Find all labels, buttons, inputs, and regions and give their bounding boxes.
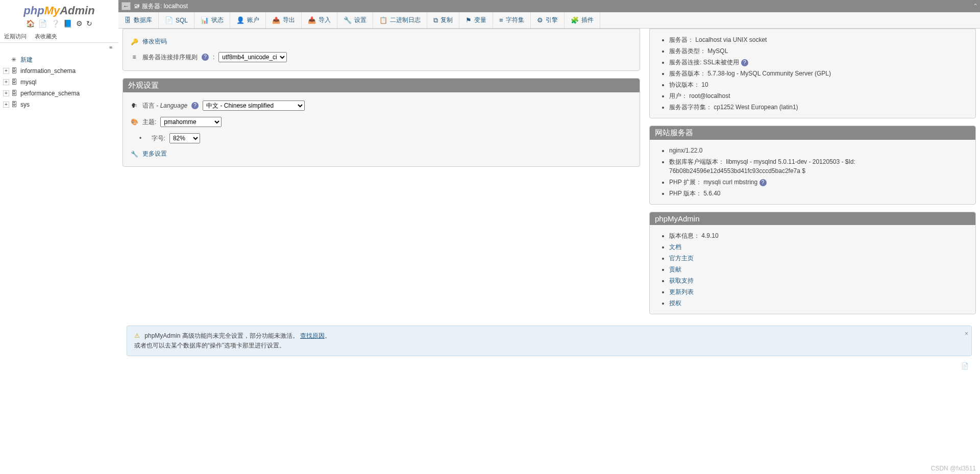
tree-new-label: 新建 <box>20 55 33 65</box>
top-tabs: 🗄数据库 📄SQL 📊状态 👤账户 📤导出 📥导入 🔧设置 📋二进制日志 ⧉复制… <box>118 12 980 29</box>
replication-icon: ⧉ <box>433 16 438 24</box>
tab-replication[interactable]: ⧉复制 <box>427 12 459 28</box>
help-icon[interactable]: ? <box>760 179 767 186</box>
tab-users[interactable]: 👤账户 <box>230 12 266 28</box>
binlog-icon: 📋 <box>379 16 387 24</box>
link-icon[interactable]: ⚭ <box>0 43 118 52</box>
panel-web-server: 网站服务器 nginx/1.22.0 数据库客户端版本： libmysql - … <box>649 126 976 205</box>
server-info-user: 用户： root@localhost <box>669 90 968 102</box>
settings-icon[interactable]: ⚙ <box>76 19 83 28</box>
tab-export[interactable]: 📤导出 <box>266 12 302 28</box>
settings-icon: 🔧 <box>344 16 352 24</box>
database-icon: 🗄 <box>125 16 131 24</box>
tab-sql[interactable]: 📄SQL <box>159 12 194 28</box>
expand-icon[interactable]: + <box>3 90 9 96</box>
warning-icon: ⚠ <box>134 332 140 339</box>
export-icon: 📤 <box>272 16 280 24</box>
pma-link-license[interactable]: 授权 <box>669 300 681 307</box>
tab-recent[interactable]: 近期访问 <box>0 31 31 42</box>
list-icon: ≡ <box>130 54 138 61</box>
fontsize-select[interactable]: 82% <box>169 133 200 143</box>
row-collation: ≡ 服务器连接排序规则 ?: utf8mb4_unicode_ci <box>130 49 632 65</box>
config-warning: × ⚠ phpMyAdmin 高级功能尚未完全设置，部分功能未激活。 查找原因。… <box>127 326 972 356</box>
panel-title: 外观设置 <box>123 79 640 92</box>
database-icon: 🗄 <box>11 88 18 98</box>
home-icon[interactable]: 🏠 <box>26 19 35 28</box>
breadcrumb-bar: ← 🖳 服务器: localhost ⌃ <box>118 0 980 12</box>
db-client-version: 数据库客户端版本： libmysql - mysqlnd 5.0.11-dev … <box>669 156 968 177</box>
row-theme: 🎨 主题: pmahomme <box>130 114 632 130</box>
language-icon: 🗣 <box>130 102 138 109</box>
panel-phpmyadmin: phpMyAdmin 版本信息： 4.9.10 文档 官方主页 贡献 获取支持 … <box>649 212 976 314</box>
tab-settings[interactable]: 🔧设置 <box>337 12 373 28</box>
tree-new[interactable]: ✳ 新建 <box>3 54 115 65</box>
row-fontsize: • 字号: 82% <box>130 130 632 146</box>
panel-appearance: 外观设置 🗣 语言 - Language ? 中文 - Chinese simp… <box>122 78 640 167</box>
tree-db[interactable]: +🗄information_schema <box>3 65 115 77</box>
tab-databases[interactable]: 🗄数据库 <box>118 12 159 28</box>
pma-link-changes[interactable]: 更新列表 <box>669 288 694 295</box>
key-icon: 🔑 <box>130 38 138 45</box>
variables-icon: ⚑ <box>465 16 472 24</box>
theme-select[interactable]: pmahomme <box>160 117 222 127</box>
pma-link-docs[interactable]: 文档 <box>669 243 681 251</box>
pma-link-homepage[interactable]: 官方主页 <box>669 255 694 262</box>
pma-version: 版本信息： 4.9.10 <box>669 230 968 241</box>
logo[interactable]: phpMyAdmin <box>0 0 118 18</box>
expand-icon[interactable]: + <box>3 79 9 85</box>
tab-import[interactable]: 📥导入 <box>302 12 337 28</box>
docs-icon[interactable]: 📘 <box>63 19 72 28</box>
back-button[interactable]: ← <box>121 2 131 10</box>
logout-icon[interactable]: 📄 <box>38 19 47 28</box>
tab-favorites[interactable]: 表收藏夹 <box>31 31 61 42</box>
close-icon[interactable]: × <box>965 329 968 339</box>
php-version: PHP 版本： 5.6.40 <box>669 188 968 199</box>
php-extensions: PHP 扩展： mysqli curl mbstring ? <box>669 177 968 188</box>
language-select[interactable]: 中文 - Chinese simplified <box>203 101 305 111</box>
tab-variables[interactable]: ⚑变量 <box>459 12 493 28</box>
tree-db[interactable]: +🗄mysql <box>3 77 115 88</box>
server-info-ssl: 服务器连接: SSL未被使用 ? <box>669 57 968 68</box>
collation-select[interactable]: utf8mb4_unicode_ci <box>218 52 287 62</box>
pma-link-contribute[interactable]: 贡献 <box>669 266 681 273</box>
panel-db-server: 服务器： Localhost via UNIX socket 服务器类型： My… <box>649 29 976 118</box>
bullet-icon: • <box>139 135 141 142</box>
server-icon: 🖳 <box>134 3 140 10</box>
tab-binlog[interactable]: 📋二进制日志 <box>373 12 427 28</box>
page-settings-icon[interactable]: 📄 <box>122 360 976 371</box>
language-label: 语言 - Language <box>142 102 187 110</box>
reload-icon[interactable]: ↻ <box>86 19 92 28</box>
change-password-link[interactable]: 修改密码 <box>142 37 167 46</box>
tab-charsets[interactable]: ≡字符集 <box>493 12 531 28</box>
tree-db[interactable]: +🗄performance_schema <box>3 88 115 99</box>
watermark: CSDN @fxl3511 <box>931 465 976 472</box>
fontsize-label: 字号: <box>152 134 165 143</box>
more-settings-link[interactable]: 更多设置 <box>142 149 167 158</box>
tree-db[interactable]: +🗄sys <box>3 99 115 110</box>
tab-status[interactable]: 📊状态 <box>194 12 230 28</box>
help-icon[interactable]: ? <box>191 102 199 109</box>
db-tree: ✳ 新建 +🗄information_schema +🗄mysql +🗄perf… <box>0 52 118 112</box>
plugins-icon: 🧩 <box>571 16 579 24</box>
row-more-settings[interactable]: 🔧 更多设置 <box>130 146 632 161</box>
row-change-password[interactable]: 🔑 修改密码 <box>130 34 632 49</box>
find-reason-link[interactable]: 查找原因 <box>300 332 325 339</box>
pma-link-support[interactable]: 获取支持 <box>669 277 694 284</box>
database-icon: 🗄 <box>11 66 18 76</box>
help-icon[interactable]: ? <box>202 54 209 61</box>
collation-label: 服务器连接排序规则 <box>142 53 198 62</box>
nav-icon-bar: 🏠 📄 ❔ 📘 ⚙ ↻ <box>0 18 118 31</box>
panel-title: 网站服务器 <box>650 126 975 140</box>
import-icon: 📥 <box>308 16 316 24</box>
tab-engines[interactable]: ⚙引擎 <box>531 12 565 28</box>
expand-icon[interactable]: + <box>3 68 9 74</box>
help-icon[interactable]: ❔ <box>51 19 60 28</box>
new-icon: ✳ <box>11 55 18 65</box>
expand-icon[interactable]: + <box>3 102 9 108</box>
server-info-version: 服务器版本： 5.7.38-log - MySQL Community Serv… <box>669 68 968 79</box>
theme-label: 主题: <box>142 118 156 127</box>
users-icon: 👤 <box>236 16 244 24</box>
tab-plugins[interactable]: 🧩插件 <box>565 12 600 28</box>
collapse-icon[interactable]: ⌃ <box>973 3 978 10</box>
help-icon[interactable]: ? <box>741 59 748 66</box>
